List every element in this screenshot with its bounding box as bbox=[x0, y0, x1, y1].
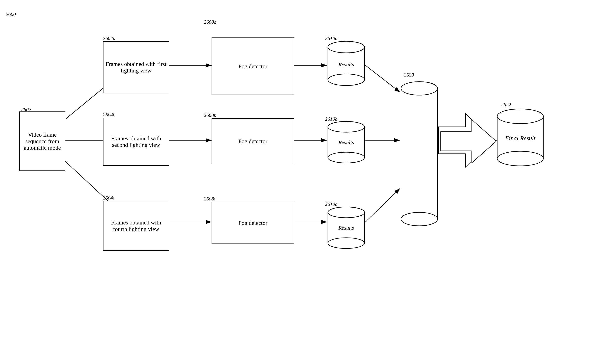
fog3-box: Fog detector bbox=[212, 202, 294, 244]
ref-2604c: 2604c bbox=[103, 195, 115, 201]
video-frame-label: Video frame sequence from automatic mode bbox=[20, 132, 65, 151]
svg-line-10 bbox=[365, 65, 400, 92]
svg-text:Final Result: Final Result bbox=[505, 135, 535, 142]
frames1-label: Frames obtained with first lighting view bbox=[103, 61, 169, 74]
video-frame-box: Video frame sequence from automatic mode bbox=[19, 111, 65, 171]
ref-2610c: 2610c bbox=[325, 201, 337, 207]
frames4-box: Frames obtained with fourth lighting vie… bbox=[103, 201, 169, 251]
ref-2608a: 2608a bbox=[204, 19, 216, 25]
svg-text:Results: Results bbox=[338, 139, 354, 145]
fog1-label: Fog detector bbox=[238, 63, 267, 70]
frames2-label: Frames obtained with second lighting vie… bbox=[103, 135, 169, 148]
frames2-box: Frames obtained with second lighting vie… bbox=[103, 118, 169, 166]
fog2-label: Fog detector bbox=[238, 138, 267, 145]
svg-marker-42 bbox=[440, 119, 496, 163]
fog2-box: Fog detector bbox=[212, 118, 294, 164]
frames1-box: Frames obtained with first lighting view bbox=[103, 41, 169, 93]
ref-2604b: 2604b bbox=[103, 112, 115, 118]
ref-2600: 2600 bbox=[6, 12, 16, 17]
svg-text:Results: Results bbox=[338, 62, 354, 68]
ref-2620: 2620 bbox=[404, 72, 414, 78]
svg-point-47 bbox=[497, 151, 543, 166]
svg-rect-37 bbox=[401, 88, 438, 219]
ref-2608c: 2608c bbox=[204, 196, 216, 202]
svg-point-41 bbox=[401, 82, 438, 95]
svg-point-40 bbox=[401, 212, 438, 226]
svg-point-48 bbox=[497, 109, 543, 124]
svg-point-26 bbox=[328, 152, 364, 163]
ref-2622: 2622 bbox=[501, 102, 511, 108]
fog1-box: Fog detector bbox=[212, 38, 294, 95]
fog3-label: Fog detector bbox=[238, 220, 267, 226]
svg-point-20 bbox=[328, 41, 364, 53]
frames4-label: Frames obtained with fourth lighting vie… bbox=[103, 219, 169, 232]
svg-text:Results: Results bbox=[338, 225, 354, 231]
ref-2608b: 2608b bbox=[204, 112, 216, 118]
ref-2604a: 2604a bbox=[103, 36, 115, 41]
svg-point-27 bbox=[328, 122, 364, 132]
svg-point-33 bbox=[328, 238, 364, 248]
svg-point-19 bbox=[328, 74, 364, 85]
svg-point-34 bbox=[328, 207, 364, 218]
svg-line-12 bbox=[365, 188, 400, 222]
